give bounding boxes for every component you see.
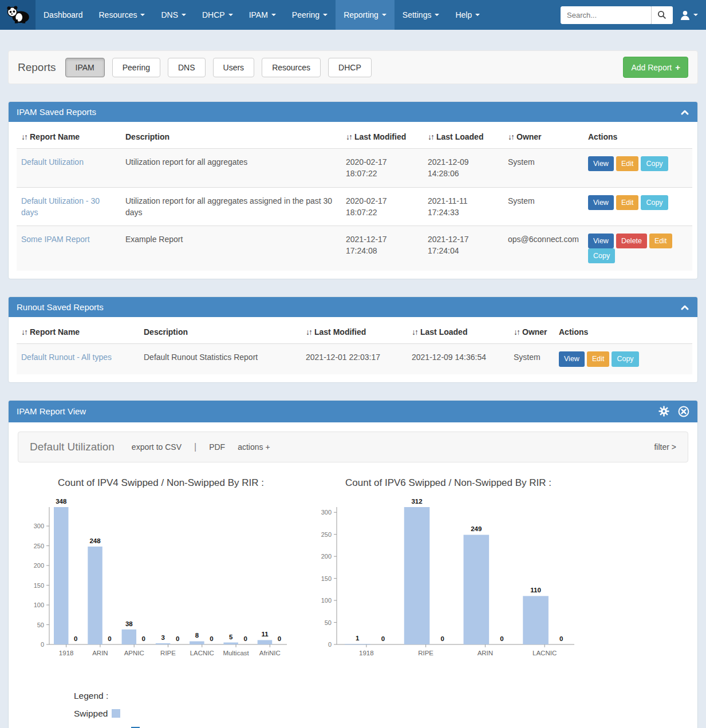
copy-button[interactable]: Copy — [641, 195, 668, 210]
caret-down-icon — [435, 14, 439, 16]
collapse-chevron-up-icon[interactable] — [680, 109, 689, 116]
export-csv-link[interactable]: export to CSV — [132, 442, 182, 452]
brand-logo[interactable] — [0, 0, 36, 30]
svg-text:0: 0 — [108, 635, 111, 642]
svg-text:0: 0 — [278, 635, 281, 642]
nav-item-label: DNS — [161, 10, 178, 19]
navbar-items: DashboardResourcesDNSDHCPIPAMPeeringRepo… — [36, 0, 488, 30]
nav-item-dashboard[interactable]: Dashboard — [36, 0, 91, 30]
svg-text:1918: 1918 — [359, 650, 374, 656]
report-link[interactable]: Default Runout - All types — [21, 353, 112, 362]
svg-text:3: 3 — [161, 634, 164, 640]
close-circle-x-icon[interactable] — [678, 406, 689, 417]
tab-peering[interactable]: Peering — [112, 58, 160, 77]
nav-item-help[interactable]: Help — [447, 0, 488, 30]
view-button[interactable]: View — [588, 195, 614, 210]
column-header-last-loaded[interactable]: ↓↑Last Loaded — [407, 321, 509, 344]
add-report-button[interactable]: Add Report+ — [623, 57, 688, 78]
last-modified-cell: 2020-02-17 18:07:22 — [341, 149, 423, 188]
report-name: Default Utilization — [30, 441, 115, 453]
svg-text:0: 0 — [176, 635, 179, 642]
column-header-actions: Actions — [583, 125, 692, 149]
ipv4-chart-title: Count of IPV4 Swipped / Non-Swipped By R… — [18, 477, 304, 489]
collapse-chevron-up-icon[interactable] — [680, 304, 689, 311]
column-header-report-name[interactable]: ↓↑Report Name — [17, 125, 121, 149]
copy-button[interactable]: Copy — [641, 156, 668, 171]
svg-text:300: 300 — [34, 523, 44, 529]
nav-item-label: IPAM — [249, 10, 268, 19]
nav-item-dns[interactable]: DNS — [153, 0, 194, 30]
nav-item-label: Reporting — [344, 10, 378, 19]
top-navbar: DashboardResourcesDNSDHCPIPAMPeeringRepo… — [0, 0, 706, 30]
search-button[interactable] — [651, 6, 673, 24]
export-pdf-link[interactable]: PDF — [209, 442, 225, 452]
user-menu[interactable] — [680, 10, 698, 21]
nav-item-peering[interactable]: Peering — [284, 0, 336, 30]
tab-users[interactable]: Users — [213, 58, 255, 77]
nav-item-label: Resources — [99, 10, 137, 19]
table-row: Default Runout - All typesDefault Runout… — [17, 344, 692, 374]
tab-resources[interactable]: Resources — [262, 58, 321, 77]
report-link[interactable]: Default Utilization — [21, 157, 84, 167]
owner-cell: System — [503, 187, 583, 226]
column-header-report-name[interactable]: ↓↑Report Name — [17, 321, 139, 344]
nav-item-label: Settings — [403, 10, 432, 19]
ipv6-bar-chart: 050100150200250300191810RIPE3120ARIN2490… — [305, 492, 591, 664]
svg-text:100: 100 — [321, 597, 332, 604]
last-modified-cell: 2020-02-17 18:07:22 — [341, 187, 423, 226]
table-row: Some IPAM ReportExample Report2021-12-17… — [17, 226, 692, 271]
nav-item-label: Help — [455, 10, 472, 19]
actions-menu-link[interactable]: actions + — [238, 442, 270, 452]
svg-text:0: 0 — [559, 635, 563, 642]
sort-icon: ↓↑ — [21, 132, 27, 141]
tab-ipam[interactable]: IPAM — [65, 58, 105, 77]
column-header-owner[interactable]: ↓↑Owner — [503, 125, 583, 149]
nav-item-label: DHCP — [202, 10, 225, 19]
svg-text:250: 250 — [34, 542, 44, 549]
column-header-last-loaded[interactable]: ↓↑Last Loaded — [423, 125, 503, 149]
nav-item-ipam[interactable]: IPAM — [241, 0, 284, 30]
edit-button[interactable]: Edit — [587, 351, 610, 366]
column-header-last-modified[interactable]: ↓↑Last Modified — [301, 321, 407, 344]
view-button[interactable]: View — [588, 234, 614, 248]
tab-dhcp[interactable]: DHCP — [328, 58, 372, 77]
description-cell: Example Report — [121, 226, 341, 271]
nav-item-dhcp[interactable]: DHCP — [194, 0, 241, 30]
view-button[interactable]: View — [588, 156, 614, 171]
nav-item-resources[interactable]: Resources — [91, 0, 153, 30]
actions-cell: ViewEditCopy — [583, 149, 692, 188]
tab-dns[interactable]: DNS — [168, 58, 206, 77]
svg-text:ARIN: ARIN — [92, 650, 108, 656]
delete-button[interactable]: Delete — [616, 234, 647, 248]
svg-text:50: 50 — [37, 621, 44, 628]
actions-cell: ViewDeleteEditCopy — [583, 226, 692, 271]
svg-text:RIPE: RIPE — [160, 650, 176, 656]
edit-button[interactable]: Edit — [649, 234, 672, 248]
column-header-owner[interactable]: ↓↑Owner — [509, 321, 554, 344]
report-link[interactable]: Some IPAM Report — [21, 235, 90, 244]
filter-toggle[interactable]: filter > — [654, 442, 676, 452]
search-group — [561, 6, 673, 24]
copy-button[interactable]: Copy — [612, 351, 638, 366]
svg-text:0: 0 — [381, 635, 385, 642]
report-link[interactable]: Default Utilization - 30 days — [21, 196, 100, 217]
svg-text:300: 300 — [321, 509, 332, 516]
caret-down-icon — [228, 14, 233, 16]
gear-icon[interactable] — [658, 406, 669, 417]
runout-saved-reports-panel: Runout Saved Reports ↓↑Report NameDescri… — [8, 296, 698, 382]
sort-icon: ↓↑ — [514, 327, 519, 337]
last-modified-cell: 2021-12-01 22:03:17 — [301, 344, 407, 374]
description-cell: Utilization report for all aggregates — [121, 149, 341, 188]
column-header-description: Description — [139, 321, 301, 344]
search-input[interactable] — [561, 6, 651, 24]
plus-icon: + — [675, 62, 680, 72]
edit-button[interactable]: Edit — [616, 156, 639, 171]
column-label: Owner — [516, 132, 542, 141]
copy-button[interactable]: Copy — [588, 248, 615, 263]
edit-button[interactable]: Edit — [616, 195, 639, 210]
nav-item-settings[interactable]: Settings — [395, 0, 448, 30]
caret-down-icon — [693, 14, 698, 16]
view-button[interactable]: View — [559, 351, 585, 366]
nav-item-reporting[interactable]: Reporting — [336, 0, 395, 30]
column-header-last-modified[interactable]: ↓↑Last Modified — [341, 125, 423, 149]
